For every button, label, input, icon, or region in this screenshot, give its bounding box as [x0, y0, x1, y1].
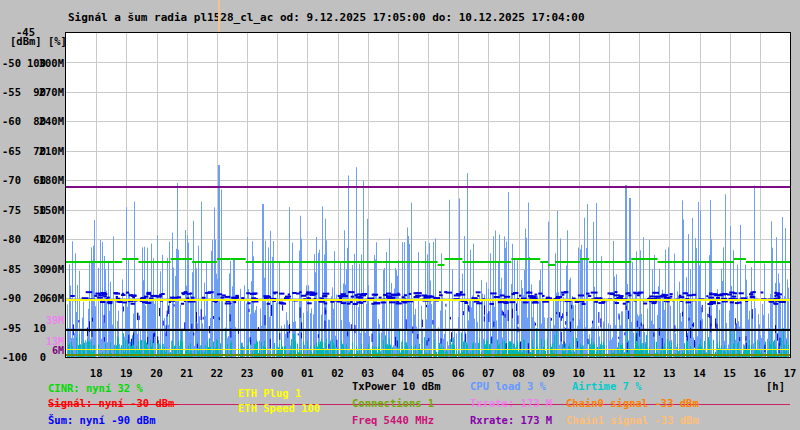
x-axis-hour-label: 01: [297, 368, 317, 379]
legend-item-signal: Signál: nyní -30 dBm: [48, 398, 174, 409]
x-axis-hour-label: 21: [177, 368, 197, 379]
y-axis-label-rate: 210M: [38, 146, 64, 157]
legend-item-connections: Connections 1: [352, 398, 434, 409]
y-axis-label-dbm: -95: [2, 323, 21, 334]
legend-item-hour-unit: [h]: [766, 381, 785, 392]
x-axis-hour-label: 10: [569, 368, 589, 379]
x-axis-hour-label: 03: [358, 368, 378, 379]
x-axis-hour-label: 06: [448, 368, 468, 379]
y-axis-label-dbm: -80: [2, 234, 21, 245]
legend-item-chain1: Chain1 signal -33 dBm: [566, 415, 699, 426]
legend-item-freq: Freq 5440 MHz: [352, 415, 434, 426]
legend-item-eth-speed: ETH Speed 100: [238, 403, 320, 414]
legend-item-rxrate: Rxrate: 173 M: [470, 415, 552, 426]
y-axis-label-dbm: -65: [2, 146, 21, 157]
y-axis-label-rate: 180M: [38, 175, 64, 186]
y-axis-label-dbm: -90: [2, 293, 21, 304]
y-axis-label-rate: 150M: [38, 205, 64, 216]
x-axis-hour-label: 13: [659, 368, 679, 379]
y-axis-label-rate: 300M: [38, 58, 64, 69]
y-axis-label-rate: 240M: [38, 116, 64, 127]
x-axis-hour-label: 12: [629, 368, 649, 379]
x-axis-hour-label: 22: [207, 368, 227, 379]
x-axis-hour-label: 05: [418, 368, 438, 379]
y-axis-label-rate: 90M: [38, 264, 64, 275]
legend-item-chain0: Chain0 signal -33 dBm: [566, 398, 699, 409]
x-axis-hour-label: 17: [780, 368, 800, 379]
y-axis-label-dbm: -70: [2, 175, 21, 186]
y-axis-label-rate: 60M: [38, 293, 64, 304]
x-axis-hour-label: 23: [237, 368, 257, 379]
y-axis-label-rate: 270M: [38, 87, 64, 98]
y-axis-label-dbm: -85: [2, 264, 21, 275]
y-axis-label-dbm: -55: [2, 87, 21, 98]
chart-plot-area: [65, 32, 791, 358]
x-axis-hour-label: 11: [599, 368, 619, 379]
legend-item-noise: Šum: nyní -90 dBm: [48, 415, 155, 426]
y-axis-label-rate: 120M: [38, 234, 64, 245]
x-axis-hour-label: 04: [388, 368, 408, 379]
y-axis-label-dbm: -60: [2, 116, 21, 127]
top-marker-line: [218, 0, 220, 32]
x-axis-hour-label: 16: [750, 368, 770, 379]
x-axis-hour-label: 09: [539, 368, 559, 379]
x-axis-hour-label: 02: [328, 368, 348, 379]
x-axis-hour-label: 08: [509, 368, 529, 379]
legend-item-airtime: Airtime 7 %: [572, 381, 642, 392]
legend-item-eth-plug: ETH Plug 1: [238, 388, 301, 399]
rate-marker-label: 6M: [34, 345, 64, 356]
legend-item-cinr: CINR: nyní 32 %: [48, 383, 143, 394]
x-axis-hour-label: 20: [147, 368, 167, 379]
x-axis-hour-label: 15: [720, 368, 740, 379]
legend-item-cpu: CPU load 3 %: [470, 381, 546, 392]
legend-item-txpower: TxPower 10 dBm: [352, 381, 441, 392]
legend-item-txrate: Txrate: 173 M: [470, 398, 552, 409]
x-axis-hour-label: 19: [116, 368, 136, 379]
y-axis-label-dbm: -50: [2, 58, 21, 69]
y-axis-label-dbm: -75: [2, 205, 21, 216]
x-axis-hour-label: 00: [267, 368, 287, 379]
y-axis-unit-label: [dBm] [%]: [10, 36, 67, 47]
x-axis-hour-label: 18: [86, 368, 106, 379]
chart-title: Signál a šum radia pl1528_cl_ac od: 9.12…: [68, 11, 585, 24]
x-axis-hour-label: 07: [478, 368, 498, 379]
x-axis-hour-label: 14: [690, 368, 710, 379]
rate-marker-label: 39M: [34, 315, 64, 326]
